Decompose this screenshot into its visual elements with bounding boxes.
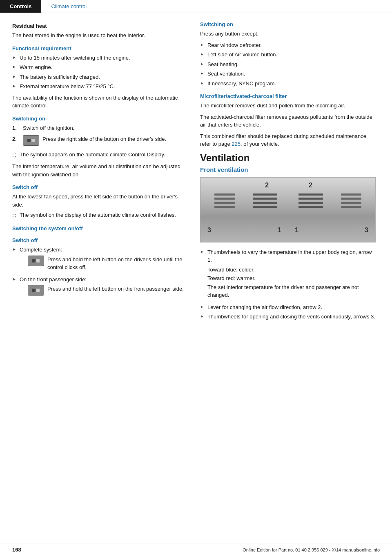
complete-system-with-icon: Press and hold the left button on the dr… xyxy=(28,256,188,271)
list-item: ► On the front passenger side: Press and xyxy=(12,276,188,298)
vent-num-1-left: 1 xyxy=(277,227,281,234)
bullet-arrow-icon: ► xyxy=(200,249,204,255)
bullet-arrow-icon: ► xyxy=(200,61,204,67)
bullet-arrow-icon: ► xyxy=(12,73,16,80)
symbol-note-2: ∷ The symbol on the display of the autom… xyxy=(12,212,188,220)
switching-on-heading-right: Switching on xyxy=(200,21,376,27)
list-item: ► Seat heating. xyxy=(200,60,376,69)
vent-slot xyxy=(253,202,277,204)
btn-dot xyxy=(32,289,36,292)
vent-num-2-left: 2 xyxy=(265,182,269,189)
symbol-icon: ∷ xyxy=(12,151,16,159)
switch-off-system-list: ► Complete system: Press and hold the le… xyxy=(12,246,188,298)
main-content: Residual heat The heat stored in the eng… xyxy=(0,13,392,332)
vent-slot xyxy=(341,193,361,196)
list-item: 2. Press the right side of the button on… xyxy=(12,135,188,148)
vent-item-1-sub: Toward blue: colder. Toward red: warmer.… xyxy=(207,266,376,299)
switching-on-p1: Press any button except: xyxy=(200,30,376,38)
btn-dot xyxy=(32,259,36,262)
bullet-arrow-icon: ► xyxy=(200,80,204,86)
button-icon xyxy=(23,135,39,146)
complete-system-content: Press and hold the left button on the dr… xyxy=(28,256,188,271)
list-item: ► If necessary, SYNC program. xyxy=(200,80,376,88)
vent-slot xyxy=(298,202,323,204)
btn-dot xyxy=(31,139,35,142)
list-item: ► Complete system: Press and hold the le… xyxy=(12,246,188,274)
vent-slot xyxy=(214,198,235,200)
bullet-arrow-icon: ► xyxy=(200,51,204,57)
vent-slot xyxy=(341,198,361,200)
vent-slot xyxy=(214,206,235,208)
front-passenger-item: On the front passenger side: Press and h… xyxy=(20,276,188,298)
button-icon-inner xyxy=(32,259,40,262)
ventilation-heading: Ventilation xyxy=(200,152,376,164)
microfilter-p1: The microfilter removes dust and pollen … xyxy=(200,102,376,110)
switch-off-p1: At the lowest fan speed, press the left … xyxy=(12,193,188,209)
front-passenger-with-icon: Press and hold the left button on the fr… xyxy=(28,285,188,296)
vent-slot xyxy=(298,206,323,208)
btn-dot xyxy=(36,259,40,262)
vent-slot xyxy=(341,202,361,204)
interior-note: The interior temperature, air volume and… xyxy=(12,162,188,178)
functional-note: The availability of the function is show… xyxy=(12,94,188,110)
left-vent-group xyxy=(214,193,235,208)
vent-slot xyxy=(253,198,277,200)
list-item: ► External temperature below 77 °F/25 °C… xyxy=(12,82,188,91)
vent-num-3-right: 3 xyxy=(365,227,368,234)
list-item: ► Lever for changing the air flow direct… xyxy=(200,303,376,311)
vent-slot xyxy=(214,202,235,204)
vent-slot xyxy=(341,206,361,208)
vent-num-1-right: 1 xyxy=(295,227,298,234)
vent-slot xyxy=(214,193,235,196)
left-column: Residual heat The heat stored in the eng… xyxy=(12,21,188,324)
center-right-vent-group xyxy=(298,193,323,208)
bullet-arrow-icon: ► xyxy=(200,304,204,310)
bullet-arrow-icon: ► xyxy=(200,42,204,48)
switching-on-steps: 1. Switch off the ignition. 2. Press the… xyxy=(12,124,188,149)
switching-system-heading: Switching the system on/off xyxy=(12,225,188,231)
symbol-note-1: ∷ The symbol appears on the automatic cl… xyxy=(12,151,188,159)
bullet-arrow-icon: ► xyxy=(200,313,204,319)
front-passenger-content: Press and hold the left button on the fr… xyxy=(28,285,188,296)
footer-text: Online Edition for Part no. 01 40 2 956 … xyxy=(243,547,380,552)
tab-controls[interactable]: Controls xyxy=(0,0,41,13)
btn-dot xyxy=(36,289,40,292)
button-icon xyxy=(28,256,44,266)
vent-bullet-list: ► Thumbwheels to vary the temperature in… xyxy=(200,248,376,321)
microfilter-heading: Microfilter/activated-charcoal filter xyxy=(200,93,376,99)
switching-on-heading-left: Switching on xyxy=(12,116,188,122)
bullet-arrow-icon: ► xyxy=(200,70,204,76)
list-item: ► Seat ventilation. xyxy=(200,70,376,78)
switching-on-bullet-list: ► Rear window defroster. ► Left side of … xyxy=(200,41,376,88)
bullet-arrow-icon: ► xyxy=(12,276,16,282)
button-icon-inner xyxy=(32,289,40,292)
front-vent-heading: Front ventilation xyxy=(200,166,376,173)
page-header: Controls Climate control xyxy=(0,0,392,13)
list-item: ► The battery is sufficiently charged. xyxy=(12,73,188,81)
bullet-arrow-icon: ► xyxy=(12,64,16,70)
vent-slot xyxy=(253,193,277,196)
right-vent-group xyxy=(341,193,361,208)
page-ref-link[interactable]: 225 xyxy=(232,141,241,147)
page-number: 168 xyxy=(12,547,21,553)
list-item: ► Up to 15 minutes after switching off t… xyxy=(12,54,188,62)
vent-num-2-right: 2 xyxy=(309,182,312,189)
bullet-arrow-icon: ► xyxy=(12,83,16,89)
footer-site: manualsonline.info xyxy=(342,547,380,552)
functional-req-heading: Functional requirement xyxy=(12,45,188,51)
microfilter-p2: The activated-charcoal filter removes ga… xyxy=(200,113,376,129)
button-icon xyxy=(28,285,44,296)
bullet-arrow-icon: ► xyxy=(12,246,16,252)
list-item: ► Warm engine. xyxy=(12,63,188,71)
residual-heat-p1: The heat stored in the engine is used to… xyxy=(12,31,188,40)
tab-climate-control[interactable]: Climate control xyxy=(41,0,96,13)
microfilter-p3: This combined filter should be replaced … xyxy=(200,132,376,148)
switch-off-heading: Switch off xyxy=(12,184,188,190)
step2-with-icon: Press the right side of the button on th… xyxy=(23,135,188,146)
right-column: Switching on Press any button except: ► … xyxy=(200,21,376,324)
vent-slot xyxy=(253,206,277,208)
functional-bullet-list: ► Up to 15 minutes after switching off t… xyxy=(12,54,188,91)
list-item: 1. Switch off the ignition. xyxy=(12,124,188,132)
vent-image-inner: 1 1 2 2 3 3 xyxy=(200,178,375,242)
complete-system-item: Complete system: Press and hold the left… xyxy=(20,246,188,274)
